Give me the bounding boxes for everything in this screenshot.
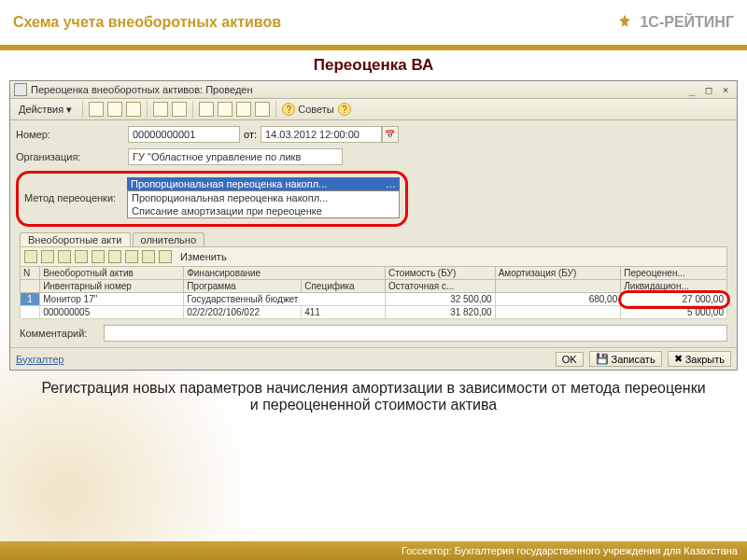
col-reval[interactable]: Переоценен... <box>621 267 727 280</box>
actions-menu[interactable]: Действия ▾ <box>14 102 77 118</box>
toolbar-icon-2[interactable] <box>107 102 122 117</box>
toolbar-icon-1[interactable] <box>89 102 104 117</box>
add-copy-icon[interactable] <box>41 250 54 263</box>
cell-prog[interactable]: 02/2/202/106/022 <box>184 306 302 319</box>
advice-button[interactable]: ? Советы <box>282 103 333 116</box>
number-label: Номер: <box>16 129 128 140</box>
main-toolbar: Действия ▾ ? Советы ? <box>10 99 737 120</box>
help-icon[interactable]: ? <box>338 103 351 116</box>
cell-spec[interactable]: 411 <box>302 306 386 319</box>
col-cost[interactable]: Стоимость (БУ) <box>386 267 496 280</box>
save-icon: 💾 <box>596 353 609 365</box>
user-link[interactable]: Бухгалтер <box>16 354 63 365</box>
cell-inv[interactable]: 000000005 <box>40 306 184 319</box>
brand-logo-icon <box>615 13 634 32</box>
col-prog[interactable]: Программа <box>184 280 302 293</box>
col-spec[interactable]: Специфика <box>302 280 386 293</box>
section-title: Переоценка ВА <box>0 56 747 75</box>
asset-table: N Внеоборотный актив Финансирование Стои… <box>20 266 727 319</box>
delete-row-icon[interactable] <box>75 250 88 263</box>
col-inv[interactable]: Инвентарный номер <box>40 280 184 293</box>
slide-footer: Госсектор: Бухгалтерия государственного … <box>0 541 747 560</box>
col-asset[interactable]: Внеоборотный актив <box>40 267 184 280</box>
cell-cost[interactable]: 32 500,00 <box>386 293 496 306</box>
table-header-row-2: Инвентарный номер Программа Специфика Ос… <box>21 280 727 293</box>
form-area: Номер: 00000000001 от: 14.03.2012 12:00:… <box>10 120 737 347</box>
restore-button[interactable]: □ <box>701 84 716 96</box>
col-n[interactable]: N <box>21 267 40 280</box>
cell-rest[interactable]: 31 820,00 <box>386 306 496 319</box>
fill-icon[interactable] <box>159 250 172 263</box>
cell-liq[interactable]: 5 000,00 <box>621 306 727 319</box>
window-icon <box>14 83 27 96</box>
ellipsis-icon[interactable]: … <box>386 178 396 189</box>
method-dropdown-selected[interactable]: Пропорциональная переоценка накопл...… <box>127 177 400 190</box>
col-finance[interactable]: Финансирование <box>184 267 386 280</box>
move-up-icon[interactable] <box>92 250 105 263</box>
toolbar-icon-5[interactable] <box>172 102 187 117</box>
close-window-button[interactable]: × <box>718 84 733 96</box>
lightbulb-icon: ? <box>282 103 295 116</box>
table-row: 000000005 02/2/202/106/022 411 31 820,00… <box>21 306 727 319</box>
move-down-icon[interactable] <box>108 250 121 263</box>
tabs: Внеоборотные акти олнительно <box>20 232 731 246</box>
sort-asc-icon[interactable] <box>125 250 138 263</box>
cell-fin[interactable]: Государственный бюджет <box>184 293 386 306</box>
tab-additional[interactable]: олнительно <box>133 232 205 246</box>
col-liq[interactable]: Ликвидацион... <box>621 280 727 293</box>
grid-toolbar: Изменить <box>20 246 727 266</box>
ok-button[interactable]: OK <box>556 352 584 367</box>
close-button[interactable]: ✖Закрыть <box>668 351 731 367</box>
number-field[interactable]: 00000000001 <box>128 126 240 143</box>
edit-button[interactable]: Изменить <box>176 249 232 264</box>
toolbar-icon-8[interactable] <box>236 102 251 117</box>
highlight-method-box: Метод переоценки: Пропорциональная перео… <box>16 171 408 227</box>
org-field[interactable]: ГУ "Областное управление по ликв <box>128 148 343 165</box>
toolbar-icon-6[interactable] <box>199 102 214 117</box>
date-field[interactable]: 14.03.2012 12:00:00 <box>261 126 382 143</box>
table-row: 1 Монитор 17" Государственный бюджет 32 … <box>21 293 727 306</box>
statusbar: Бухгалтер OK 💾Записать ✖Закрыть <box>10 347 737 370</box>
method-option-2[interactable]: Списание амортизации при переоценке <box>128 204 399 217</box>
window-title: Переоценка внеоборотных активов: Проведе… <box>31 84 253 95</box>
cell-amort[interactable]: 680,00 <box>495 293 621 306</box>
save-button[interactable]: 💾Записать <box>589 351 662 367</box>
from-label: от: <box>244 129 257 140</box>
brand: 1С-РЕЙТИНГ <box>615 13 734 32</box>
method-dropdown-list: Пропорциональная переоценка накопл... Сп… <box>127 190 400 218</box>
method-label: Метод переоценки: <box>24 192 127 203</box>
minimize-button[interactable]: _ <box>684 84 699 96</box>
table-header-row-1: N Внеоборотный актив Финансирование Стои… <box>21 267 727 280</box>
cell-asset[interactable]: Монитор 17" <box>40 293 184 306</box>
toolbar-icon-3[interactable] <box>126 102 141 117</box>
calendar-icon[interactable]: 📅 <box>382 126 399 143</box>
comment-label: Комментарий: <box>20 328 104 339</box>
col-rest[interactable]: Остаточная с... <box>386 280 496 293</box>
edit-row-icon[interactable] <box>58 250 71 263</box>
cell-n[interactable]: 1 <box>21 293 40 306</box>
close-icon: ✖ <box>674 353 683 365</box>
toolbar-icon-9[interactable] <box>255 102 270 117</box>
gold-divider <box>0 45 747 50</box>
org-label: Организация: <box>16 151 128 162</box>
slide-title: Схема учета внеоборотных активов <box>13 14 281 31</box>
titlebar: Переоценка внеоборотных активов: Проведе… <box>10 81 737 99</box>
comment-field[interactable] <box>104 325 727 342</box>
add-row-icon[interactable] <box>24 250 37 263</box>
slide-description: Регистрация новых параметров начисления … <box>37 380 710 413</box>
col-amort[interactable]: Амортизация (БУ) <box>495 267 621 280</box>
cell-reval-highlight[interactable]: 27 000,00 <box>621 293 727 306</box>
toolbar-icon-7[interactable] <box>218 102 233 117</box>
form-window: Переоценка внеоборотных активов: Проведе… <box>9 80 738 371</box>
brand-text: 1С-РЕЙТИНГ <box>640 14 734 31</box>
slide-header: Схема учета внеоборотных активов 1С-РЕЙТ… <box>0 0 747 45</box>
tab-assets[interactable]: Внеоборотные акти <box>20 232 131 246</box>
sort-desc-icon[interactable] <box>142 250 155 263</box>
method-option-1[interactable]: Пропорциональная переоценка накопл... <box>128 191 399 204</box>
toolbar-icon-4[interactable] <box>153 102 168 117</box>
